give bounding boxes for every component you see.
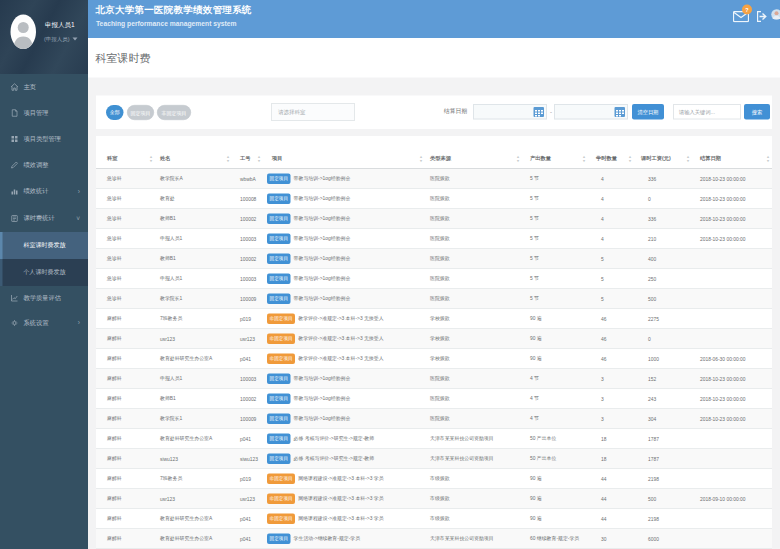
cell-id: 100002	[232, 209, 263, 229]
cell-source: 医院拨款	[425, 209, 522, 229]
cell-name: 教学院长A	[155, 169, 232, 189]
date-end-input[interactable]	[554, 104, 628, 120]
project-type-badge: 固定项目	[267, 233, 291, 244]
cell-dept: 急诊科	[96, 269, 155, 289]
user-role-dropdown[interactable]: (申报人员)	[44, 35, 78, 43]
table-row-17[interactable]: 麻醉科usr123usr123非固定项目网络课程建设->准规定->3 本科->3…	[96, 489, 772, 509]
column-header-7[interactable]: 学时数量▴▾	[588, 149, 634, 169]
sidebar-item-5[interactable]: 绩效统计›	[0, 178, 88, 205]
column-header-9[interactable]: 结算日期▴▾	[692, 149, 772, 169]
sort-icon[interactable]: ▴▾	[150, 155, 152, 162]
gear-icon	[11, 319, 19, 327]
date-start-input[interactable]	[473, 104, 547, 120]
logout-button[interactable]	[757, 11, 767, 22]
sidebar-item-7[interactable]: 科室课时费发放	[0, 232, 88, 259]
cell-source: 天津市某某科技公司资助项目	[425, 449, 522, 469]
column-header-3[interactable]: 工号▴▾	[232, 149, 263, 169]
cell-hours: 3	[588, 369, 634, 389]
keyword-input[interactable]: 请输入关键词...	[673, 104, 741, 120]
table-row-19[interactable]: 麻醉科教育处科研究生办公室Ap041固定项目学生活动->继续教育-规定-学员天津…	[96, 529, 772, 549]
project-type-badge: 固定项目	[267, 533, 291, 544]
table-row-13[interactable]: 麻醉科教学院长1100009固定项目带教与培训->1og经验例会医院拨款4 节3…	[96, 409, 772, 429]
cell-output: 4 节	[522, 369, 588, 389]
cell-name: 教育处科研究生办公室A	[155, 529, 232, 549]
search-button[interactable]: 搜索	[744, 104, 770, 120]
table-row-5[interactable]: 急诊科教师B1100002固定项目带教与培训->1og经验例会医院拨款5 节54…	[96, 249, 772, 269]
column-header-2[interactable]: 姓名▴▾	[155, 149, 232, 169]
page-heading: 科室课时费	[88, 38, 780, 78]
column-header-1[interactable]: 科室▴▾	[96, 149, 155, 169]
table-row-11[interactable]: 麻醉科申报人员1100003固定项目带教与培训->1og经验例会医院拨款4 节3…	[96, 369, 772, 389]
filter-pill-nonfixed[interactable]: 非固定项目	[157, 105, 191, 120]
table-row-15[interactable]: 麻醉科siwu123siwu123固定项目必修 考核与评价->研究生->规定-教…	[96, 449, 772, 469]
clear-date-button[interactable]: 清空日期	[632, 104, 664, 120]
sort-icon[interactable]: ▴▾	[517, 155, 519, 162]
sidebar-item-label: 教学质量评估	[24, 294, 62, 303]
table-row-1[interactable]: 急诊科教学院长AwbwbA固定项目带教与培训->1og经验例会医院拨款5 节43…	[96, 169, 772, 189]
cell-wage: 152	[634, 369, 692, 389]
sort-icon[interactable]: ▴▾	[687, 155, 689, 162]
cell-id: p019	[232, 469, 263, 489]
sort-icon[interactable]: ▴▾	[420, 155, 422, 162]
cell-id: 100009	[232, 289, 263, 309]
table-row-18[interactable]: 麻醉科教育处科研究生办公室Ap041非固定项目网络课程建设->准规定->3 本科…	[96, 509, 772, 529]
table-row-12[interactable]: 麻醉科教师B1100002固定项目带教与培训->1og经验例会医院拨款4 节32…	[96, 389, 772, 409]
cell-output: 50 产出单位	[522, 429, 588, 449]
sort-icon[interactable]: ▴▾	[583, 155, 585, 162]
sidebar-item-1[interactable]: 主页	[0, 74, 88, 100]
date-separator: -	[550, 108, 552, 115]
department-select[interactable]: 请选择科室	[271, 103, 355, 121]
cell-id: 100003	[232, 269, 263, 289]
sidebar-item-4[interactable]: 绩效调整	[0, 152, 88, 178]
cell-output: 90 遍	[522, 509, 588, 529]
table-row-8[interactable]: 麻醉科7班教务员p019非固定项目教学评价->准规定->3 本科->3 无接受人…	[96, 309, 772, 329]
sidebar-item-6[interactable]: 课时费统计˅	[0, 205, 88, 232]
column-header-6[interactable]: 产出数量▴▾	[522, 149, 588, 169]
cell-id: p041	[232, 509, 263, 529]
table-row-6[interactable]: 急诊科申报人员1100003固定项目带教与培训->1og经验例会医院拨款5 节5…	[96, 269, 772, 289]
filter-pill-all[interactable]: 全部	[106, 105, 124, 120]
avatar[interactable]	[11, 15, 37, 50]
cell-id: 100008	[232, 189, 263, 209]
user-avatar-small[interactable]	[771, 9, 780, 20]
sort-icon[interactable]: ▴▾	[258, 155, 260, 162]
chevron-down-icon: ˅	[76, 215, 80, 223]
cell-hours: 5	[588, 249, 634, 269]
table-row-16[interactable]: 麻醉科7班教务员p019非固定项目网络课程建设->准规定->3 本科->3 学员…	[96, 469, 772, 489]
sidebar-item-9[interactable]: 教学质量评估	[0, 286, 88, 310]
edit-icon	[11, 161, 19, 169]
table-row-3[interactable]: 急诊科教师B1100002固定项目带教与培训->1og经验例会医院拨款5 节43…	[96, 209, 772, 229]
cell-date: 2018-10-23 00:00:00	[692, 189, 772, 209]
sidebar-item-10[interactable]: 系统设置›	[0, 310, 88, 336]
cell-source: 医院拨款	[425, 229, 522, 249]
cell-date: 2018-10-23 00:00:00	[692, 169, 772, 189]
sidebar-item-3[interactable]: 项目类型管理	[0, 126, 88, 152]
table-row-10[interactable]: 麻醉科教育处科研究生办公室Ap041非固定项目教学评价->准规定->3 本科->…	[96, 349, 772, 369]
sort-icon[interactable]: ▴▾	[767, 155, 769, 162]
table-row-7[interactable]: 急诊科教学院长1100009固定项目带教与培训->1og经验例会医院拨款5 节5…	[96, 289, 772, 309]
cell-project: 固定项目带教与培训->1og经验例会	[263, 249, 425, 269]
table-row-14[interactable]: 麻醉科教育处科研究生办公室Ap041固定项目必修 考核与评价->研究生->规定-…	[96, 429, 772, 449]
cell-output: 5 节	[522, 229, 588, 249]
filter-pill-fixed[interactable]: 固定项目	[127, 105, 154, 120]
sidebar-item-2[interactable]: 项目管理	[0, 100, 88, 126]
sort-icon[interactable]: ▴▾	[227, 155, 229, 162]
table-row-4[interactable]: 急诊科申报人员1100003固定项目带教与培训->1og经验例会医院拨款5 节4…	[96, 229, 772, 249]
cell-date: 2018-10-23 00:00:00	[692, 409, 772, 429]
table-row-2[interactable]: 急诊科教育处100008固定项目带教与培训->1og经验例会医院拨款5 节402…	[96, 189, 772, 209]
sort-icon[interactable]: ▴▾	[629, 155, 631, 162]
sidebar-item-8[interactable]: 个人课时费发放	[0, 259, 88, 286]
cell-dept: 麻醉科	[96, 429, 155, 449]
cell-name: 教育处科研究生办公室A	[155, 509, 232, 529]
cell-id: 100002	[232, 249, 263, 269]
cell-date	[692, 309, 772, 329]
cell-dept: 麻醉科	[96, 409, 155, 429]
cell-name: 教育处科研究生办公室A	[155, 429, 232, 449]
table-row-9[interactable]: 麻醉科usr123usr123非固定项目教学评价->准规定->3 本科->3 无…	[96, 329, 772, 349]
cell-name: 申报人员1	[155, 269, 232, 289]
column-header-4[interactable]: 项目▴▾	[263, 149, 425, 169]
column-header-5[interactable]: 类型来源▴▾	[425, 149, 522, 169]
column-header-8[interactable]: 课时工资(元)▴▾	[634, 149, 692, 169]
notification-badge[interactable]: ?	[742, 5, 752, 15]
cell-output: 4 节	[522, 409, 588, 429]
